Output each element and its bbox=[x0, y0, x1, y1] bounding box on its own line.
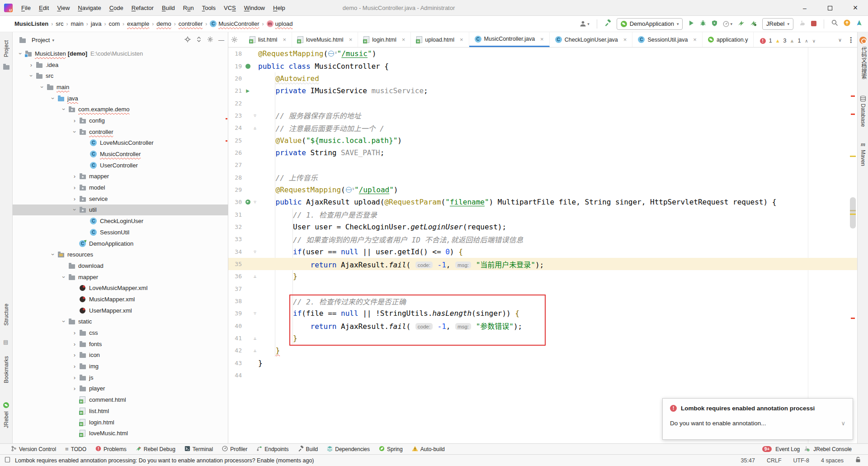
tree-expand-chevron[interactable]: › bbox=[71, 329, 78, 336]
run-button[interactable] bbox=[688, 20, 694, 28]
code-line-19[interactable]: 19 public class MusicController { bbox=[228, 60, 857, 72]
run-configuration-combo[interactable]: DemoApplication▾ bbox=[617, 18, 683, 30]
code-line-44[interactable]: 44 bbox=[228, 369, 857, 381]
debug-with-jrebel-button[interactable] bbox=[750, 20, 757, 28]
jrebel-stripe-icon[interactable] bbox=[3, 402, 9, 409]
tree-expand-chevron[interactable]: › bbox=[71, 363, 78, 370]
menu-edit[interactable]: Edit bbox=[35, 0, 53, 16]
project-view-title[interactable]: Project bbox=[32, 37, 50, 43]
menu-window[interactable]: Window bbox=[240, 0, 269, 16]
spring-bean-gutter-icon[interactable] bbox=[245, 64, 250, 69]
tree-item-util[interactable]: ›util bbox=[13, 204, 228, 216]
tree-item-fonts[interactable]: ›fonts bbox=[13, 338, 228, 350]
tree-item-player[interactable]: ›player bbox=[13, 383, 228, 395]
breadcrumb-MusicController[interactable]: CMusicController bbox=[210, 20, 259, 27]
database-icon[interactable] bbox=[860, 95, 866, 104]
tree-item-controller[interactable]: ›controller bbox=[13, 126, 228, 138]
tree-item-UserMapper.xml[interactable]: ›UserMapper.xml bbox=[13, 305, 228, 316]
tree-item-java[interactable]: ›java bbox=[13, 93, 228, 104]
fold-marker[interactable]: ▿ bbox=[252, 199, 258, 205]
indent-setting[interactable]: 4 spaces bbox=[821, 457, 844, 464]
editor-scrollbar[interactable] bbox=[848, 48, 857, 443]
tree-item-icon[interactable]: ›icon bbox=[13, 350, 228, 361]
tree-item-main[interactable]: ›main bbox=[13, 81, 228, 93]
profiler-button[interactable]: ▾ bbox=[723, 21, 732, 27]
notification-balloon[interactable]: ! Lombok requires enabled annotation pro… bbox=[662, 398, 853, 440]
inspection-widget[interactable]: !1 ▲3 ▲1 ∧ ∨ bbox=[760, 38, 816, 44]
menu-vcs[interactable]: VCS bbox=[220, 0, 240, 16]
maven-icon[interactable]: m bbox=[861, 141, 865, 148]
toolwindow-button-profiler[interactable]: Profiler bbox=[222, 446, 247, 453]
hide-panel-icon[interactable]: — bbox=[218, 37, 224, 43]
notification-body[interactable]: Do you want to enable annotation... bbox=[670, 420, 841, 427]
code-line-42[interactable]: 42 ▵ } bbox=[228, 344, 857, 357]
tree-item-js[interactable]: ›js bbox=[13, 372, 228, 383]
code-line-30[interactable]: 30 ▿ public AjaxResult upload(@RequestPa… bbox=[228, 196, 857, 208]
fold-marker[interactable]: ▿ bbox=[252, 113, 258, 119]
request-mapping-inline-icon[interactable] bbox=[328, 51, 334, 57]
tree-expand-chevron[interactable]: › bbox=[71, 341, 78, 347]
toolwindow-button-auto-build[interactable]: Auto-build bbox=[412, 446, 445, 453]
tree-expand-chevron[interactable]: › bbox=[71, 352, 78, 358]
code-line-29[interactable]: 29 @RequestMapping(∨"/upload") bbox=[228, 184, 857, 196]
tree-item-CheckLoginUser[interactable]: ›CCheckLoginUser bbox=[13, 215, 228, 227]
tree-collapse-chevron[interactable]: › bbox=[71, 207, 78, 213]
tree-item-LoveMusicMapper.xml[interactable]: ›LoveMusicMapper.xml bbox=[13, 282, 228, 294]
minimize-button[interactable]: – bbox=[792, 0, 817, 16]
fold-marker[interactable]: ▵ bbox=[252, 125, 258, 131]
tab-options-icon[interactable]: ⋮ bbox=[847, 36, 854, 44]
code-line-43[interactable]: 43 } bbox=[228, 357, 857, 369]
jrebel-console-button[interactable]: JRebel Console bbox=[813, 446, 852, 452]
maximize-button[interactable] bbox=[817, 0, 843, 16]
tab-settings-gear-icon[interactable] bbox=[231, 36, 238, 45]
fold-marker[interactable]: ▿ bbox=[252, 310, 258, 316]
run-coverage-button[interactable] bbox=[712, 20, 717, 28]
code-line-36[interactable]: 36 ▵ } bbox=[228, 270, 857, 282]
prev-error-icon[interactable]: ∧ bbox=[805, 38, 808, 43]
tree-item-UserController[interactable]: ›CUserController bbox=[13, 160, 228, 171]
tab-CheckLoginUser.java[interactable]: CCheckLoginUser.java× bbox=[550, 32, 633, 47]
tree-collapse-chevron[interactable]: › bbox=[28, 73, 35, 79]
tree-collapse-chevron[interactable]: › bbox=[39, 84, 46, 90]
tree-collapse-chevron[interactable]: › bbox=[71, 128, 78, 135]
tree-item-login.html[interactable]: ›login.html bbox=[13, 417, 228, 428]
locate-file-icon[interactable] bbox=[184, 36, 191, 44]
tree-item-MusicMapper.xml[interactable]: ›MusicMapper.xml bbox=[13, 294, 228, 305]
code-line-34[interactable]: 34 ▿ if(user == null || user.getId() <= … bbox=[228, 246, 857, 258]
tool-button-jrebel[interactable]: JRebel bbox=[3, 411, 9, 428]
tree-item-mapper[interactable]: ›mapper bbox=[13, 171, 228, 182]
breadcrumb-example[interactable]: example bbox=[127, 20, 149, 27]
code-line-18[interactable]: 18 @RequestMapping(∨"/music") bbox=[228, 48, 857, 60]
user-account-icon[interactable]: ▾ bbox=[580, 20, 590, 27]
tree-item-static[interactable]: ›static bbox=[13, 316, 228, 328]
tree-expand-chevron[interactable]: › bbox=[71, 117, 78, 124]
tree-item-MusicListen[interactable]: ›MusicListen[demo]E:\code\MusicListen bbox=[13, 48, 228, 59]
tree-item-list.html[interactable]: ›list.html bbox=[13, 405, 228, 417]
tool-button-docsearch[interactable]: 代码文档搜索 bbox=[860, 47, 868, 79]
code-line-24[interactable]: 24 ▵ // 注意最后面要手动加上一个 / bbox=[228, 122, 857, 134]
tree-collapse-chevron[interactable]: › bbox=[50, 252, 57, 258]
tree-expand-chevron[interactable]: › bbox=[71, 195, 78, 202]
request-mapping-inline-icon[interactable] bbox=[346, 187, 352, 193]
code-line-25[interactable]: 25 @Value("${music.local.path}") bbox=[228, 134, 857, 146]
lock-icon[interactable] bbox=[855, 456, 861, 464]
tab-loveMusic.html[interactable]: loveMusic.html× bbox=[292, 32, 358, 47]
hidden-tabs-chevron-icon[interactable]: ∨ bbox=[838, 37, 842, 43]
breadcrumb-upload[interactable]: mupload bbox=[267, 20, 293, 27]
update-available-icon[interactable] bbox=[844, 19, 850, 28]
tab-close-icon[interactable]: × bbox=[283, 36, 286, 43]
toolwindow-button-rebel-debug[interactable]: Rebel Debug bbox=[136, 446, 175, 453]
code-line-21[interactable]: 21 ▶ private IMusicService musicService; bbox=[228, 85, 857, 97]
settings-gear-icon[interactable] bbox=[207, 36, 213, 44]
tree-expand-chevron[interactable]: › bbox=[71, 184, 78, 191]
tree-item-src[interactable]: ›src bbox=[13, 70, 228, 81]
tab-close-icon[interactable]: × bbox=[460, 36, 463, 43]
tree-item-comment.html[interactable]: ›comment.html bbox=[13, 394, 228, 405]
structure-icon[interactable]: ▤ bbox=[3, 339, 8, 345]
status-message[interactable]: Lombok requires enabled annotation proce… bbox=[15, 457, 314, 464]
tree-collapse-chevron[interactable]: › bbox=[61, 319, 67, 325]
tree-item-model[interactable]: ›model bbox=[13, 182, 228, 193]
build-hammer-icon[interactable] bbox=[604, 19, 611, 28]
toolwindow-button-terminal[interactable]: Terminal bbox=[184, 446, 213, 453]
tab-close-icon[interactable]: × bbox=[693, 36, 697, 43]
